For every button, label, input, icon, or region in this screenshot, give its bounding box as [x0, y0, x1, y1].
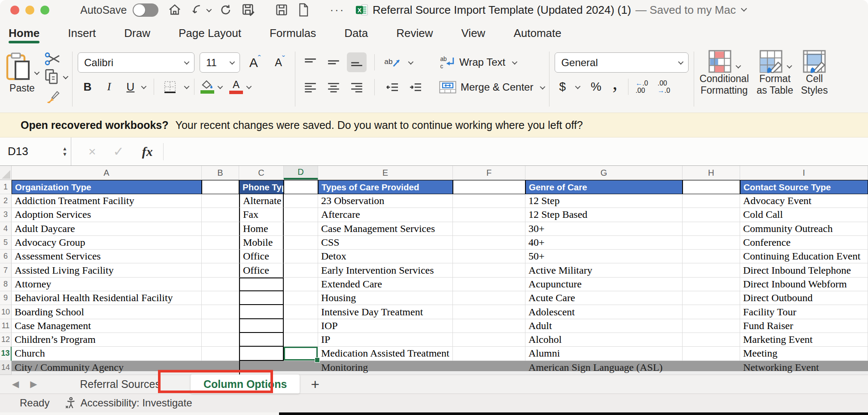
- cell-E14[interactable]: Monitoring: [318, 361, 453, 375]
- cell-B8[interactable]: [202, 278, 239, 291]
- cell-G12[interactable]: Alcohol: [525, 333, 683, 347]
- cell-I13[interactable]: Meeting: [740, 347, 868, 360]
- format-as-table-button[interactable]: Format as Table: [757, 50, 793, 96]
- cell-C9[interactable]: [239, 291, 284, 305]
- cell-F1[interactable]: [453, 180, 525, 194]
- cell-G4[interactable]: 30+: [525, 222, 683, 236]
- cell-H1[interactable]: [683, 180, 740, 194]
- bold-button[interactable]: B: [78, 77, 97, 97]
- cell-D9[interactable]: [284, 291, 318, 305]
- save-as-icon[interactable]: [241, 3, 256, 17]
- underline-chevron-icon[interactable]: [141, 83, 147, 89]
- cell-A11[interactable]: Case Management: [12, 319, 202, 333]
- orientation-button[interactable]: ab: [382, 52, 402, 72]
- cell-A9[interactable]: Behavioral Health Residential Facility: [12, 291, 202, 305]
- cell-D14[interactable]: [284, 361, 318, 375]
- cell-D5[interactable]: [284, 236, 318, 250]
- decrease-indent-button[interactable]: [382, 77, 402, 97]
- fill-color-button[interactable]: [200, 77, 214, 97]
- cell-G7[interactable]: Active Military: [525, 263, 683, 277]
- cell-I5[interactable]: Conference: [740, 236, 868, 250]
- column-header-A[interactable]: A: [12, 166, 202, 180]
- cell-A4[interactable]: Adult Daycare: [12, 222, 202, 236]
- cell-G8[interactable]: Acupuncture: [525, 278, 683, 291]
- ribbon-tab-insert[interactable]: Insert: [68, 20, 96, 46]
- font-color-button[interactable]: A: [229, 77, 243, 97]
- cell-H13[interactable]: [683, 347, 740, 360]
- cell-I10[interactable]: Facility Tour: [740, 305, 868, 319]
- cell-D1[interactable]: [284, 180, 318, 194]
- confirm-entry-icon[interactable]: ✓: [113, 144, 124, 159]
- cell-G9[interactable]: Acute Care: [525, 291, 683, 305]
- align-middle-button[interactable]: [324, 52, 343, 72]
- row-number-7[interactable]: 7: [0, 263, 12, 277]
- cell-G14[interactable]: American Sign Language (ASL): [525, 361, 683, 375]
- increase-font-size-button[interactable]: Aˆ: [245, 53, 265, 73]
- ribbon-tab-data[interactable]: Data: [344, 20, 368, 46]
- cell-I7[interactable]: Direct Inbound Telephone: [740, 263, 868, 277]
- minimize-window-button[interactable]: [25, 6, 34, 15]
- column-header-I[interactable]: I: [740, 166, 868, 180]
- cell-E3[interactable]: Aftercare: [318, 208, 453, 222]
- percent-format-button[interactable]: %: [586, 77, 606, 97]
- italic-button[interactable]: I: [99, 77, 119, 97]
- currency-format-button[interactable]: $: [555, 77, 570, 97]
- cell-E5[interactable]: CSS: [318, 236, 453, 250]
- cell-F13[interactable]: [453, 347, 525, 360]
- cell-C13[interactable]: [239, 347, 284, 360]
- cell-D3[interactable]: [284, 208, 318, 222]
- cell-H2[interactable]: [683, 194, 740, 208]
- cell-E13[interactable]: Medication Assisted Treatment: [318, 347, 453, 360]
- cell-I1[interactable]: Contact Source Type: [740, 180, 868, 194]
- cell-B4[interactable]: [202, 222, 239, 236]
- cell-A10[interactable]: Boarding School: [12, 305, 202, 319]
- add-sheet-button[interactable]: +: [311, 376, 319, 393]
- ribbon-tab-review[interactable]: Review: [396, 20, 433, 46]
- cell-I3[interactable]: Cold Call: [740, 208, 868, 222]
- cell-H12[interactable]: [683, 333, 740, 347]
- borders-chevron-icon[interactable]: [184, 83, 190, 89]
- font-name-select[interactable]: Calibri: [78, 52, 194, 73]
- cell-B13[interactable]: [202, 347, 239, 360]
- increase-indent-button[interactable]: [406, 77, 425, 97]
- cell-F8[interactable]: [453, 278, 525, 291]
- save-icon[interactable]: [275, 3, 288, 17]
- undo-chevron-icon[interactable]: [206, 6, 212, 12]
- more-commands-icon[interactable]: ···: [330, 3, 345, 17]
- cell-B2[interactable]: [202, 194, 239, 208]
- row-number-12[interactable]: 12: [0, 333, 12, 347]
- sheet-nav-left-icon[interactable]: ◀: [12, 379, 19, 389]
- column-header-C[interactable]: C: [239, 166, 284, 180]
- align-left-button[interactable]: [300, 77, 320, 97]
- accessibility-status[interactable]: Accessibility: Investigate: [64, 397, 192, 409]
- cell-styles-button[interactable]: Cell Styles: [801, 50, 828, 96]
- cell-G5[interactable]: 40+: [525, 236, 683, 250]
- cell-C7[interactable]: Office: [239, 263, 284, 277]
- cell-A13[interactable]: Church: [12, 347, 202, 360]
- ribbon-tab-home[interactable]: Home: [9, 20, 39, 46]
- font-size-select[interactable]: 11: [200, 52, 240, 73]
- decrease-decimal-button[interactable]: ←.0.00: [635, 79, 648, 94]
- cell-A7[interactable]: Assisted Living Facility: [12, 263, 202, 277]
- insert-function-icon[interactable]: fx: [142, 144, 153, 159]
- cell-H4[interactable]: [683, 222, 740, 236]
- cell-A2[interactable]: Addiction Treatment Facility: [12, 194, 202, 208]
- column-header-F[interactable]: F: [453, 166, 525, 180]
- cell-H14[interactable]: [683, 361, 740, 375]
- cancel-entry-icon[interactable]: ×: [88, 144, 96, 159]
- cell-C11[interactable]: [239, 319, 284, 333]
- number-format-select[interactable]: General: [555, 52, 689, 73]
- cell-F12[interactable]: [453, 333, 525, 347]
- column-header-G[interactable]: G: [525, 166, 683, 180]
- autosave-toggle[interactable]: [133, 3, 158, 17]
- cell-H7[interactable]: [683, 263, 740, 277]
- orientation-chevron-icon[interactable]: [408, 59, 414, 64]
- ribbon-tab-view[interactable]: View: [461, 20, 486, 46]
- cell-G13[interactable]: Alumni: [525, 347, 683, 360]
- row-number-8[interactable]: 8: [0, 278, 12, 291]
- row-number-10[interactable]: 10: [0, 305, 12, 319]
- cell-C4[interactable]: Home: [239, 222, 284, 236]
- cell-I9[interactable]: Direct Outbound: [740, 291, 868, 305]
- cell-F6[interactable]: [453, 250, 525, 263]
- cell-A5[interactable]: Advocacy Group: [12, 236, 202, 250]
